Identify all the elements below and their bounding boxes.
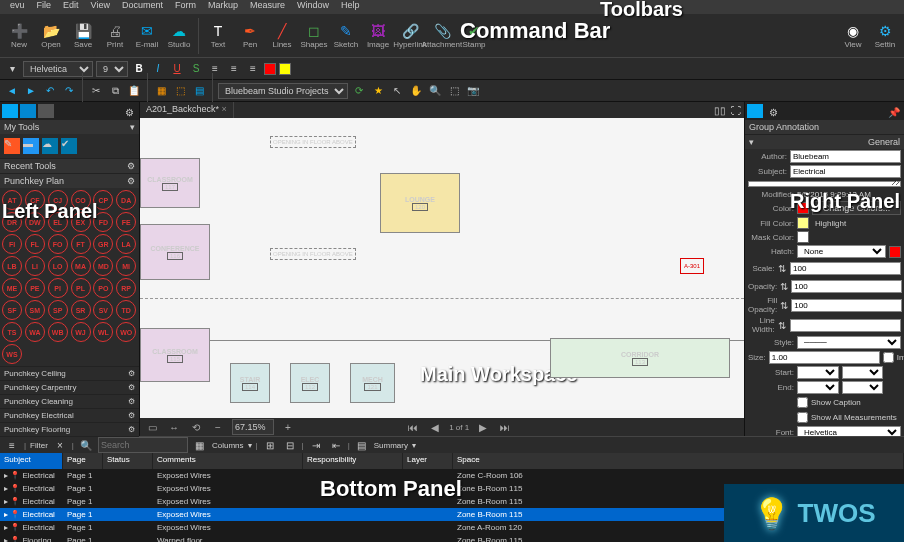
maskcolor-swatch[interactable] — [797, 231, 809, 243]
markup-tag[interactable]: A-301 — [680, 258, 704, 274]
rp-tab-1[interactable] — [747, 104, 763, 118]
menu-document[interactable]: Document — [116, 0, 169, 14]
lp-tab-1[interactable] — [2, 104, 18, 118]
punchkey-plan-header[interactable]: Punchkey Plan⚙ — [0, 173, 139, 188]
opacity-input[interactable] — [791, 280, 902, 293]
settin-button[interactable]: ⚙Settin — [870, 16, 900, 56]
lines-button[interactable]: ╱Lines — [267, 16, 297, 56]
first-page-icon[interactable]: ⏮ — [405, 419, 421, 435]
fillcolor-swatch[interactable] — [797, 217, 809, 229]
punch-PL[interactable]: PL — [71, 278, 91, 298]
tool-pen-icon[interactable]: ✎ — [4, 138, 20, 154]
subject-input[interactable] — [790, 165, 901, 178]
invert-check[interactable] — [883, 351, 894, 364]
print-button[interactable]: 🖨Print — [100, 16, 130, 56]
import-icon[interactable]: ⇥ — [308, 437, 324, 453]
menu-view[interactable]: View — [85, 0, 116, 14]
dropdown-icon[interactable]: ▾ — [4, 61, 20, 77]
punch-WA[interactable]: WA — [25, 322, 45, 342]
punch-TD[interactable]: TD — [116, 300, 136, 320]
text-color-swatch[interactable] — [264, 63, 276, 75]
summary-label[interactable]: Summary — [374, 441, 408, 450]
col-page[interactable]: Page — [63, 453, 103, 469]
start-select[interactable] — [797, 366, 839, 379]
tool-cloud-icon[interactable]: ☁ — [42, 138, 58, 154]
punch-WB[interactable]: WB — [48, 322, 68, 342]
rp-pin-icon[interactable]: 📌 — [886, 104, 902, 120]
flatten-icon[interactable]: ▤ — [191, 83, 207, 99]
camera-icon[interactable]: 📷 — [465, 83, 481, 99]
size-input[interactable] — [769, 351, 880, 364]
end-select[interactable] — [797, 381, 839, 394]
layer-icon[interactable]: ▦ — [153, 83, 169, 99]
punch-ME[interactable]: ME — [2, 278, 22, 298]
toolset-punchkey-electrical[interactable]: Punchkey Electrical⚙ — [0, 408, 139, 422]
style-select[interactable]: ──── — [797, 336, 901, 349]
linewidth-input[interactable] — [790, 319, 901, 332]
paste-icon[interactable]: 📋 — [126, 83, 142, 99]
rp-general-header[interactable]: ▾ General — [745, 134, 904, 149]
highlight-swatch[interactable] — [279, 63, 291, 75]
hyperlink-button[interactable]: 🔗Hyperlink — [395, 16, 425, 56]
sync-icon[interactable]: ⟳ — [351, 83, 367, 99]
col-status[interactable]: Status — [103, 453, 153, 469]
recent-tools-header[interactable]: Recent Tools⚙ — [0, 158, 139, 173]
col-subject[interactable]: Subject — [0, 453, 63, 469]
redo-icon[interactable]: ↷ — [61, 83, 77, 99]
toolset-punchkey-carpentry[interactable]: Punchkey Carpentry⚙ — [0, 380, 139, 394]
col-space[interactable]: Space — [453, 453, 904, 469]
filter-clear-icon[interactable]: × — [52, 437, 68, 453]
menu-form[interactable]: Form — [169, 0, 202, 14]
punch-PI[interactable]: PI — [48, 278, 68, 298]
hand-icon[interactable]: ✋ — [408, 83, 424, 99]
menu-markup[interactable]: Markup — [202, 0, 244, 14]
tool-stamp-icon[interactable]: ✔ — [61, 138, 77, 154]
punch-WO[interactable]: WO — [116, 322, 136, 342]
export-icon[interactable]: ⇤ — [328, 437, 344, 453]
punch-EX[interactable]: EX — [71, 212, 91, 232]
punch-MA[interactable]: MA — [71, 256, 91, 276]
copy-icon[interactable]: ⧉ — [107, 83, 123, 99]
linewidth-stepper[interactable]: ⇅ — [778, 317, 787, 333]
align-right-icon[interactable]: ≡ — [245, 61, 261, 77]
author-input[interactable] — [790, 150, 901, 163]
hatch-select[interactable]: None — [797, 245, 886, 258]
zoom-icon[interactable]: 🔍 — [427, 83, 443, 99]
showcaption-check[interactable] — [797, 396, 808, 409]
punch-GR[interactable]: GR — [93, 234, 113, 254]
new-button[interactable]: ➕New — [4, 16, 34, 56]
collapse-all-icon[interactable]: ⊟ — [282, 437, 298, 453]
pen-button[interactable]: ✒Pen — [235, 16, 265, 56]
punch-WS[interactable]: WS — [2, 344, 22, 364]
col-layer[interactable]: Layer — [403, 453, 453, 469]
zoom-out-icon[interactable]: − — [210, 419, 226, 435]
menu-help[interactable]: Help — [335, 0, 366, 14]
punch-FL[interactable]: FL — [25, 234, 45, 254]
fit-page-icon[interactable]: ▭ — [144, 419, 160, 435]
punch-WJ[interactable]: WJ — [71, 322, 91, 342]
studio-button[interactable]: ☁Studio — [164, 16, 194, 56]
columns-label[interactable]: Columns — [212, 441, 244, 450]
color-swatch[interactable] — [797, 202, 809, 214]
studio-project-select[interactable]: Bluebeam Studio Projects — [218, 83, 348, 99]
punch-AT[interactable]: AT — [2, 190, 22, 210]
showall-check[interactable] — [797, 411, 808, 424]
menu-edit[interactable]: Edit — [57, 0, 85, 14]
menu-window[interactable]: Window — [291, 0, 335, 14]
change-colors-button[interactable]: Change Colors... — [812, 201, 901, 215]
group-icon[interactable]: ⬚ — [172, 83, 188, 99]
punch-RP[interactable]: RP — [116, 278, 136, 298]
punch-FO[interactable]: FO — [48, 234, 68, 254]
punch-PO[interactable]: PO — [93, 278, 113, 298]
punch-SR[interactable]: SR — [71, 300, 91, 320]
expand-icon[interactable]: ▾ — [130, 122, 135, 132]
cursor-icon[interactable]: ↖ — [389, 83, 405, 99]
nav-fwd-icon[interactable]: ► — [23, 83, 39, 99]
sketch-button[interactable]: ✎Sketch — [331, 16, 361, 56]
font-select[interactable]: Helvetica — [797, 426, 901, 436]
punch-FI[interactable]: FI — [2, 234, 22, 254]
col-responsibility[interactable]: Responsibility — [303, 453, 403, 469]
bold-button[interactable]: B — [131, 61, 147, 77]
image-button[interactable]: 🖼Image — [363, 16, 393, 56]
save-button[interactable]: 💾Save — [68, 16, 98, 56]
